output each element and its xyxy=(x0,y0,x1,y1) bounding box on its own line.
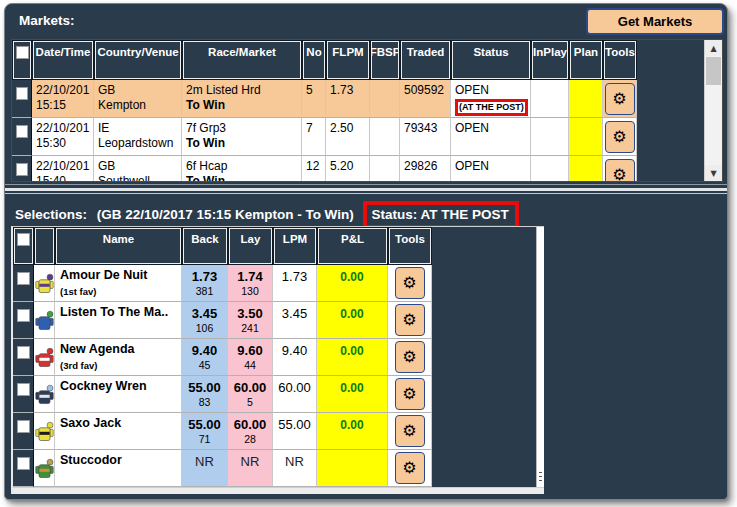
selection-tools-button[interactable]: ⚙ xyxy=(395,304,425,336)
selection-lay-cell[interactable]: 1.74130 xyxy=(228,265,273,302)
selection-tools-button[interactable]: ⚙ xyxy=(395,415,425,447)
jockey-silk-icon xyxy=(35,273,54,294)
selection-tools-button[interactable]: ⚙ xyxy=(395,267,425,299)
market-row-checkbox[interactable] xyxy=(16,87,28,100)
selection-checkbox-cell xyxy=(13,413,34,450)
market-date-time-cell: 22/10/20115:40 xyxy=(32,156,94,182)
gear-icon: ⚙ xyxy=(402,349,416,365)
col-header-inplay: InPlay xyxy=(532,41,568,79)
scrollbar-track[interactable] xyxy=(705,86,722,165)
selection-back-cell[interactable]: 55.0083 xyxy=(182,376,228,413)
gear-icon: ⚙ xyxy=(612,167,626,183)
market-race-market-cell: 6f HcapTo Win xyxy=(182,156,302,182)
col-header-name: Name xyxy=(56,228,181,264)
market-row-checkbox[interactable] xyxy=(16,125,28,138)
gear-icon: ⚙ xyxy=(612,129,626,145)
market-plan-cell[interactable] xyxy=(569,80,603,118)
jockey-silk-icon xyxy=(35,310,54,331)
selections-select-all-checkbox[interactable] xyxy=(17,233,30,246)
gear-icon: ⚙ xyxy=(402,423,416,439)
resize-grip-icon[interactable] xyxy=(539,472,542,484)
market-row-checkbox[interactable] xyxy=(16,163,28,176)
gear-icon: ⚙ xyxy=(402,312,416,328)
selection-checkbox-cell xyxy=(13,302,34,339)
scrollbar-thumb[interactable] xyxy=(706,57,721,85)
selection-tools-cell: ⚙ xyxy=(388,265,432,302)
jockey-silk-icon xyxy=(35,458,54,479)
market-traded-cell: 79343 xyxy=(400,118,451,156)
market-country-venue-cell: GBKempton xyxy=(94,80,182,118)
market-tools-button[interactable]: ⚙ xyxy=(605,83,635,115)
col-header-plan: Plan xyxy=(570,41,602,79)
selection-back-cell[interactable]: 9.4045 xyxy=(182,339,228,376)
selection-lay-cell[interactable]: 60.005 xyxy=(228,376,273,413)
selection-lay-cell[interactable]: NR xyxy=(228,450,273,487)
market-row-checkbox-cell xyxy=(12,80,32,118)
market-plan-cell[interactable] xyxy=(569,156,603,182)
market-no-cell: 12 xyxy=(302,156,326,182)
market-flpm-cell: 2.50 xyxy=(326,118,370,156)
market-country-venue-cell: IELeopardstown xyxy=(94,118,182,156)
selections-status-text: Status: AT THE POST xyxy=(372,207,509,222)
col-header-fbsp: FBSP xyxy=(371,41,399,79)
market-inplay-cell xyxy=(531,80,569,118)
selection-pnl-cell: 0.00 xyxy=(317,376,388,413)
annotation-red-box-note: (AT THE POST) xyxy=(455,99,528,116)
selection-checkbox[interactable] xyxy=(17,457,30,470)
selection-checkbox[interactable] xyxy=(17,309,30,322)
selections-grid-empty-strip xyxy=(13,487,544,494)
selection-back-cell[interactable]: 1.73381 xyxy=(182,265,228,302)
selection-checkbox[interactable] xyxy=(17,383,30,396)
col-header-pnl: P&L xyxy=(318,228,387,264)
selections-grid-right-edge xyxy=(536,227,544,487)
selection-lay-cell[interactable]: 9.6044 xyxy=(228,339,273,376)
selection-pnl-cell: 0.00 xyxy=(317,413,388,450)
panel-splitter[interactable] xyxy=(5,182,727,197)
jockey-silk-icon xyxy=(35,384,54,405)
selection-lay-cell[interactable]: 60.0028 xyxy=(228,413,273,450)
selection-row: Saxo Jack 55.0071 60.0028 55.00 0.00 ⚙ xyxy=(13,413,432,450)
selection-back-cell[interactable]: 55.0071 xyxy=(182,413,228,450)
market-plan-cell[interactable] xyxy=(569,118,603,156)
selection-silk-cell xyxy=(34,302,55,339)
markets-select-all-checkbox[interactable] xyxy=(16,46,29,59)
selection-tools-cell: ⚙ xyxy=(388,413,432,450)
markets-rows: 22/10/20115:15 GBKempton 2m Listed HrdTo… xyxy=(12,80,637,182)
selection-lpm-cell: NR xyxy=(273,450,317,487)
selection-pnl-cell: 0.00 xyxy=(317,302,388,339)
market-row[interactable]: 22/10/20115:30 IELeopardstown 7f Grp3To … xyxy=(12,118,637,156)
markets-panel-header: Markets: Get Markets xyxy=(5,4,727,38)
app-window: Markets: Get Markets Date/Time Country/V… xyxy=(4,3,728,500)
markets-scrollbar[interactable]: ▲ ▼ xyxy=(704,40,722,181)
selection-tools-button[interactable]: ⚙ xyxy=(395,378,425,410)
selection-row: New Agenda(3rd fav) 9.4045 9.6044 9.40 0… xyxy=(13,339,432,376)
scroll-down-icon[interactable]: ▼ xyxy=(705,165,722,181)
col-header-back: Back xyxy=(183,228,227,264)
selection-checkbox[interactable] xyxy=(17,346,30,359)
selection-tools-button[interactable]: ⚙ xyxy=(395,452,425,484)
selection-tools-cell: ⚙ xyxy=(388,302,432,339)
get-markets-button[interactable]: Get Markets xyxy=(586,8,724,35)
jockey-silk-icon xyxy=(35,347,54,368)
selection-lay-cell[interactable]: 3.50241 xyxy=(228,302,273,339)
selection-tools-cell: ⚙ xyxy=(388,450,432,487)
selection-name-cell: Cockney Wren xyxy=(55,376,182,413)
scroll-up-icon[interactable]: ▲ xyxy=(705,40,722,56)
selection-back-cell[interactable]: NR xyxy=(182,450,228,487)
market-tools-button[interactable]: ⚙ xyxy=(605,159,635,183)
selection-silk-cell xyxy=(34,376,55,413)
market-fbsp-cell xyxy=(370,80,400,118)
selection-tools-button[interactable]: ⚙ xyxy=(395,341,425,373)
gear-icon: ⚙ xyxy=(402,460,416,476)
market-status-cell: OPEN(AT THE POST) xyxy=(451,80,531,118)
market-row[interactable]: 22/10/20115:15 GBKempton 2m Listed HrdTo… xyxy=(12,80,637,118)
selection-row: Stuccodor NR NR NR ⚙ xyxy=(13,450,432,487)
selection-back-cell[interactable]: 3.45106 xyxy=(182,302,228,339)
col-header-tools: Tools xyxy=(604,41,636,79)
market-tools-button[interactable]: ⚙ xyxy=(605,121,635,153)
selection-name-cell: Stuccodor xyxy=(55,450,182,487)
market-row[interactable]: 22/10/20115:40 GBSouthwell 6f HcapTo Win… xyxy=(12,156,637,182)
selection-checkbox[interactable] xyxy=(17,272,30,285)
selection-checkbox[interactable] xyxy=(17,420,30,433)
selection-pnl-cell: 0.00 xyxy=(317,339,388,376)
